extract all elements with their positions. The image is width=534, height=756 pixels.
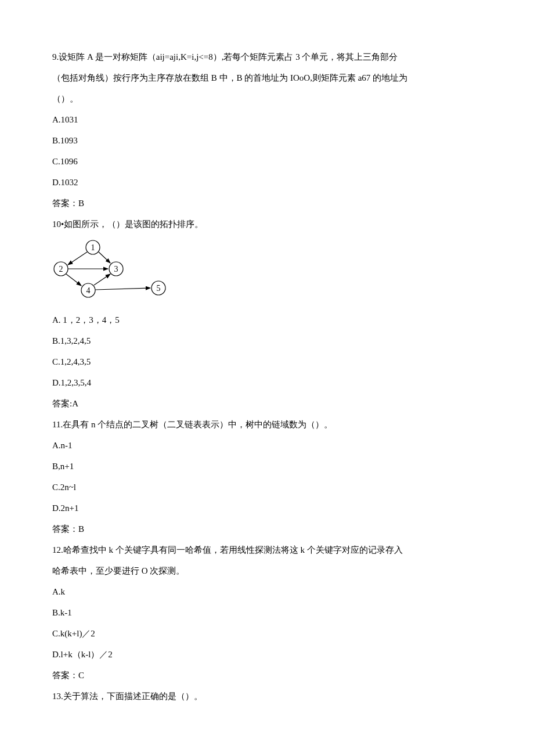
q11-option-c: C.2n~l xyxy=(52,477,482,498)
graph-node-3-label: 3 xyxy=(114,265,118,273)
q9-option-b: B.1093 xyxy=(52,130,482,151)
q10-text: 10•如图所示，（）是该图的拓扑排序。 xyxy=(52,214,482,235)
q12-option-d: D.l+k（k-l）／2 xyxy=(52,644,482,665)
q13-text: 13.关于算法，下面描述正确的是（）。 xyxy=(52,686,482,707)
q10-option-c: C.1,2,4,3,5 xyxy=(52,351,482,372)
graph-node-2-label: 2 xyxy=(59,265,63,273)
q12-option-c: C.k(k+l)／2 xyxy=(52,623,482,644)
graph-node-4-label: 4 xyxy=(86,286,91,295)
q10-answer: 答案:A xyxy=(52,393,482,414)
q11-answer: 答案：B xyxy=(52,519,482,539)
graph-node-5-label: 5 xyxy=(157,284,161,293)
q11-option-a: A.n-1 xyxy=(52,435,482,456)
graph-edge-1-2 xyxy=(68,252,87,265)
q9-cont: （包括对角线）按行序为主序存放在数组 B 中，B 的首地址为 IOoO,则矩阵元… xyxy=(52,67,482,88)
q9-cont2: （）。 xyxy=(52,88,482,109)
q12-cont: 哈希表中，至少要进行 O 次探测。 xyxy=(52,560,482,581)
graph-edge-1-3 xyxy=(99,252,110,263)
q12-answer: 答案：C xyxy=(52,665,482,686)
q9-text: 9.设矩阵 A 是一对称矩阵（aij=aji,K=i,j<=8）,若每个矩阵元素… xyxy=(52,46,482,67)
q10-graph-figure: 1 2 3 4 5 xyxy=(52,237,482,308)
graph-svg: 1 2 3 4 5 xyxy=(52,237,174,301)
q9-option-d: D.1032 xyxy=(52,172,482,193)
graph-node-1-label: 1 xyxy=(91,243,95,252)
q11-option-d: D.2n+1 xyxy=(52,498,482,519)
q10-option-a: A. 1，2，3，4，5 xyxy=(52,309,482,330)
q9-answer: 答案：B xyxy=(52,193,482,214)
q11-option-b: B,n+1 xyxy=(52,456,482,477)
q12-text: 12.哈希查找中 k 个关键字具有同一哈希值，若用线性探测法将这 k 个关键字对… xyxy=(52,539,482,560)
graph-edge-4-5 xyxy=(95,288,150,290)
q10-option-d: D.1,2,3,5,4 xyxy=(52,372,482,393)
q12-option-a: A.k xyxy=(52,581,482,602)
q9-option-a: A.1031 xyxy=(52,109,482,130)
q9-option-c: C.1096 xyxy=(52,151,482,172)
q12-option-b: B.k-1 xyxy=(52,602,482,623)
q10-option-b: B.1,3,2,4,5 xyxy=(52,330,482,351)
graph-edge-4-3 xyxy=(94,274,110,285)
graph-edge-2-4 xyxy=(66,274,81,286)
q11-text: 11.在具有 n 个结点的二叉树（二叉链表表示）中，树中的链域数为（）。 xyxy=(52,414,482,435)
document-page: 9.设矩阵 A 是一对称矩阵（aij=aji,K=i,j<=8）,若每个矩阵元素… xyxy=(0,0,534,741)
